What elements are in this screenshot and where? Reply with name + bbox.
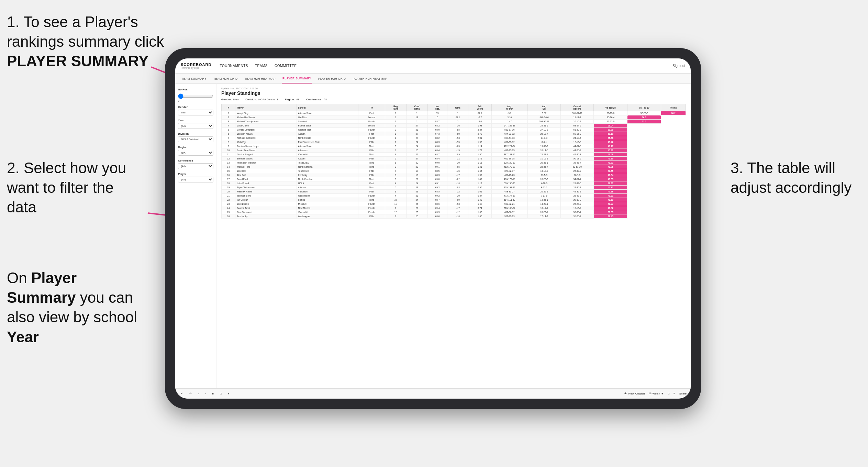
region-select[interactable]: N/A All <box>178 150 213 156</box>
table-cell: 1.50 <box>468 153 491 157</box>
table-cell: 18 <box>406 169 427 173</box>
table-cell: 2 <box>385 128 406 132</box>
table-row: 12Brendan ValdesAuburnFifth52768.4-1.11.… <box>222 157 686 161</box>
table-cell: 73.2 <box>627 120 661 124</box>
sidebar-gender-section: Gender Men Women <box>178 105 213 115</box>
toolbar-nav-right[interactable]: › <box>204 391 208 396</box>
table-cell: -1.0 <box>447 161 468 165</box>
table-cell: Nicholas Gabrelcik <box>235 136 297 140</box>
table-cell: 2.34 <box>468 128 491 132</box>
table-cell: 40.55 <box>594 169 627 173</box>
subnav-team-summary[interactable]: TEAM SUMMARY <box>181 74 207 84</box>
table-cell: 23 <box>222 202 235 206</box>
table-cell: 208-96-13 <box>527 120 560 124</box>
no-rds-slider[interactable] <box>178 93 213 99</box>
table-cell: 412-221-24 <box>491 144 527 148</box>
table-cell: 24 <box>406 198 427 202</box>
toolbar-copy[interactable]: ■ <box>211 391 215 396</box>
table-cell: UCLA <box>297 181 358 186</box>
nav-teams[interactable]: TEAMS <box>255 63 268 69</box>
page-title: Player Standings <box>221 90 686 96</box>
table-cell: 6 <box>385 177 406 181</box>
gender-select[interactable]: Men Women <box>178 110 213 115</box>
toolbar-icon1[interactable]: □ <box>668 392 669 395</box>
table-cell: 69.0 <box>427 161 447 165</box>
filters-row: Gender: Men Division: NCAA Division I Re… <box>221 98 686 101</box>
table-cell: 40.83 <box>594 161 627 165</box>
table-cell: 40.35 <box>594 177 627 181</box>
nav-signout[interactable]: Sign out <box>672 64 685 68</box>
table-cell: 13-18-2 <box>527 169 560 173</box>
table-cell: 22 <box>222 198 235 202</box>
table-cell: 57-23-0 <box>627 111 661 115</box>
toolbar-redo[interactable]: ↷ <box>188 391 193 396</box>
table-cell: 1.92 <box>468 173 491 177</box>
table-cell: 14-3-3 <box>527 136 560 140</box>
subnav-team-h2h-heatmap[interactable]: TEAM H2H HEATMAP <box>244 74 276 84</box>
filter-division-value: NCAA Division I <box>258 98 278 101</box>
table-cell: 19-16-2 <box>561 206 594 210</box>
table-cell: 40.27 <box>594 202 627 206</box>
subnav-player-h2h-heatmap[interactable]: PLAYER H2H HEATMAP <box>352 74 388 84</box>
table-cell: Phichaksn Maichon <box>235 161 297 165</box>
table-cell: 63-54-6 <box>561 124 594 128</box>
table-cell: 23 <box>406 165 427 169</box>
toolbar-undo[interactable]: ↶ <box>179 391 185 396</box>
view-original[interactable]: 👁 View: Original <box>624 392 645 395</box>
table-cell: Third <box>358 198 385 202</box>
table-cell: -1.7 <box>447 206 468 210</box>
table-cell: 452-96-12 <box>491 210 527 214</box>
toolbar-clock[interactable]: ● <box>226 391 231 396</box>
table-cell: 22-26-7 <box>527 165 560 169</box>
table-cell: Missouri <box>297 202 358 206</box>
table-cell: -1.5 <box>447 148 468 153</box>
table-cell: 11-5-3 <box>527 173 560 177</box>
share-btn[interactable]: Share <box>679 392 687 395</box>
table-row: 26Petr HrubyWashingtonFifth72568.6-1.81.… <box>222 214 686 219</box>
annotation-3: 3. The table will adjust accordingly <box>731 158 861 197</box>
nav-tournaments[interactable]: TOURNAMENTS <box>220 63 248 69</box>
subnav-player-h2h-grid[interactable]: PLAYER H2H GRID <box>318 74 346 84</box>
table-cell: 68.7 <box>427 198 447 202</box>
table-cell: 50-16-9 <box>561 132 594 136</box>
toolbar-nav-left[interactable]: ‹ <box>197 391 200 396</box>
table-cell: 387-133-16 <box>491 153 527 157</box>
toolbar-icon2[interactable]: ≡ <box>674 392 675 395</box>
table-cell: -2.5 <box>447 140 468 144</box>
nav-committee[interactable]: COMMITTEE <box>275 63 297 69</box>
slider-value: 0 <box>178 100 213 102</box>
table-row: 16Alex GoffKentuckyFifth91968.3-1.71.924… <box>222 173 686 177</box>
table-cell: 1.15 <box>468 161 491 165</box>
table-cell: East Tennessee State <box>297 140 358 144</box>
subnav-team-h2h-grid[interactable]: TEAM H2H GRID <box>213 74 238 84</box>
toolbar-paste[interactable]: □ <box>219 391 223 396</box>
year-select[interactable]: (All) First Second Third Fourth Fifth <box>178 123 213 129</box>
table-cell: 25 <box>222 210 235 214</box>
table-cell: 0.87 <box>468 194 491 198</box>
table-cell: 26 <box>222 214 235 219</box>
table-cell: 12 <box>385 210 406 214</box>
table-row: 10Jacob Skov OlesenArkansasFifth12068.4-… <box>222 148 686 153</box>
table-cell: -1.2 <box>447 190 468 194</box>
table-cell: 46.77 <box>594 144 627 148</box>
table-cell: 40.75 <box>594 165 627 169</box>
table-cell: 15 <box>427 111 447 115</box>
toolbar-view: 👁 View: Original 👁 Watch ▼ □ ≡ Share <box>624 392 687 395</box>
table-cell: First <box>358 181 385 186</box>
watch-btn[interactable]: 👁 Watch ▼ <box>649 392 664 395</box>
player-select[interactable]: (All) <box>178 177 213 182</box>
table-cell: -1.0 <box>447 194 468 198</box>
division-select[interactable]: NCAA Division I NCAA Division II NCAA Di… <box>178 136 213 142</box>
table-cell: 88.2 <box>661 111 686 115</box>
table-cell: 68.4 <box>427 148 447 153</box>
table-cell: 23 <box>406 186 427 190</box>
conference-select[interactable]: (All) <box>178 163 213 169</box>
table-row: 18Luke PowellUCLAFirst42469.1-1.81.13500… <box>222 181 686 186</box>
table-cell: 27 <box>406 157 427 161</box>
table-cell: 69.0 <box>427 144 447 148</box>
table-cell: 3 <box>385 144 406 148</box>
table-cell: Washington <box>297 194 358 198</box>
table-cell: 10-11-1 <box>527 206 560 210</box>
subnav-player-summary[interactable]: PLAYER SUMMARY <box>282 74 312 84</box>
table-cell: 25-42-9 <box>561 194 594 198</box>
